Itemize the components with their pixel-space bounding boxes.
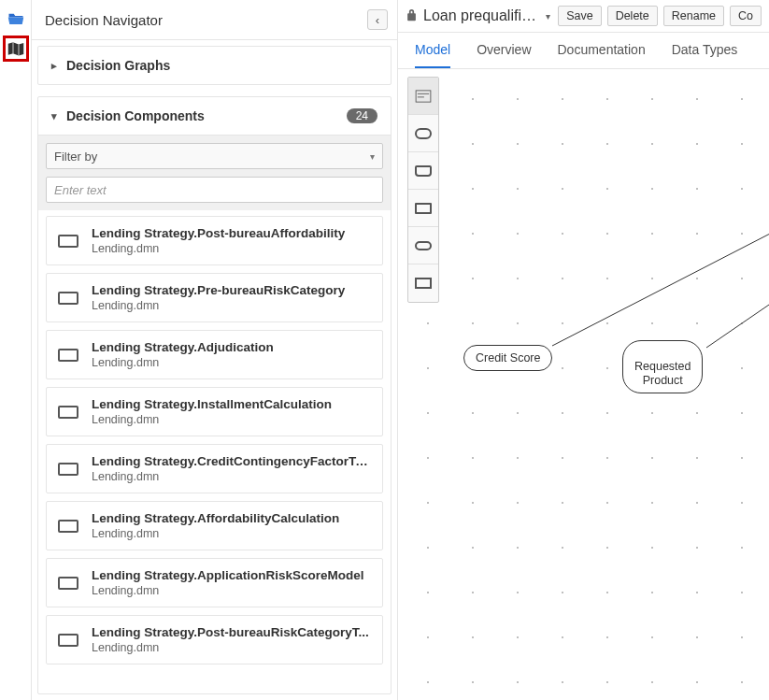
editor-toolbar: Loan prequalificatio... ▾ Save Delete Re… — [398, 0, 769, 33]
components-count-badge: 24 — [347, 108, 377, 123]
file-title: Loan prequalificatio... — [423, 7, 538, 24]
filter-by-select[interactable]: Filter by ▾ — [46, 143, 383, 169]
component-title: Lending Strategy.Pre-bureauRiskCategory — [92, 283, 371, 297]
diagram-canvas[interactable]: Credit Score Requested Product — [398, 69, 769, 700]
folder-icon — [7, 11, 24, 26]
component-item[interactable]: Lending Strategy.Adjudication Lending.dm… — [46, 330, 383, 379]
component-source: Lending.dmn — [92, 356, 371, 369]
component-title: Lending Strategy.AffordabilityCalculatio… — [92, 511, 371, 525]
component-source: Lending.dmn — [92, 527, 371, 540]
decision-node-icon — [58, 634, 78, 647]
palette-input[interactable] — [408, 227, 438, 264]
decision-node-icon — [58, 349, 78, 362]
palette-dmn-diagram[interactable] — [408, 78, 438, 115]
tag-shape-icon — [415, 165, 432, 177]
component-title: Lending Strategy.Adjudication — [92, 340, 371, 354]
component-title: Lending Strategy.CreditContingencyFactor… — [92, 454, 371, 468]
chevron-left-icon: ‹ — [376, 13, 379, 27]
icon-rail — [0, 0, 32, 700]
component-item[interactable]: Lending Strategy.AffordabilityCalculatio… — [46, 501, 383, 550]
rename-button[interactable]: Rename — [663, 6, 724, 26]
dot-grid — [398, 69, 769, 700]
decision-node-icon — [58, 463, 78, 476]
diagram-icon — [415, 90, 432, 103]
node-credit-score[interactable]: Credit Score — [463, 345, 552, 371]
palette-rounded[interactable] — [408, 115, 438, 152]
navigator-title: Decision Navigator — [45, 12, 163, 28]
component-source: Lending.dmn — [92, 641, 371, 654]
editor-panel: Loan prequalificatio... ▾ Save Delete Re… — [398, 0, 769, 700]
component-item[interactable]: Lending Strategy.CreditContingencyFactor… — [46, 444, 383, 493]
rounded-rect-icon — [415, 128, 432, 139]
palette-tag[interactable] — [408, 152, 438, 190]
decision-graphs-header[interactable]: ▸ Decision Graphs — [38, 47, 391, 84]
copy-button[interactable]: Co — [730, 6, 762, 26]
component-item[interactable]: Lending Strategy.Pre-bureauRiskCategory … — [46, 273, 383, 322]
filter-bar: Filter by ▾ — [38, 135, 391, 210]
node-requested-product[interactable]: Requested Product — [622, 340, 703, 393]
decision-navigator-panel: Decision Navigator ‹ ▸ Decision Graphs ▾… — [32, 0, 398, 700]
svg-rect-0 — [416, 90, 431, 101]
delete-button[interactable]: Delete — [607, 6, 658, 26]
decision-node-icon — [58, 577, 78, 590]
component-source: Lending.dmn — [92, 242, 371, 255]
component-title: Lending Strategy.ApplicationRiskScoreMod… — [92, 568, 371, 582]
component-title: Lending Strategy.Post-bureauRiskCategory… — [92, 625, 371, 639]
component-source: Lending.dmn — [92, 413, 371, 426]
decision-node-icon — [58, 292, 78, 305]
map-icon — [7, 41, 24, 56]
save-button[interactable]: Save — [558, 6, 602, 26]
decision-graphs-label: Decision Graphs — [66, 58, 170, 73]
input-shape-icon — [415, 241, 432, 250]
node-label: Credit Score — [476, 351, 540, 364]
component-item[interactable]: Lending Strategy.Post-bureauRiskCategory… — [46, 615, 383, 664]
decision-shape-icon — [415, 278, 432, 289]
component-title: Lending Strategy.Post-bureauAffordabilit… — [92, 226, 371, 240]
canvas-wrap: Credit Score Requested Product — [398, 69, 769, 700]
filter-by-label: Filter by — [54, 150, 97, 164]
component-source: Lending.dmn — [92, 299, 371, 312]
component-source: Lending.dmn — [92, 470, 371, 483]
chevron-down-icon: ▾ — [370, 151, 375, 162]
decision-components-header[interactable]: ▾ Decision Components 24 — [38, 97, 391, 135]
note-shape-icon — [415, 203, 432, 214]
tab-overview[interactable]: Overview — [477, 42, 531, 68]
caret-down-icon: ▾ — [51, 110, 61, 122]
tab-model[interactable]: Model — [415, 42, 450, 68]
editor-tabs: Model Overview Documentation Data Types — [398, 33, 769, 69]
component-item[interactable]: Lending Strategy.InstallmentCalculation … — [46, 387, 383, 436]
component-item[interactable]: Lending Strategy.Post-bureauAffordabilit… — [46, 216, 383, 265]
app-root: Decision Navigator ‹ ▸ Decision Graphs ▾… — [0, 0, 769, 700]
filter-text-input[interactable] — [46, 177, 383, 203]
components-list: Lending Strategy.Post-bureauAffordabilit… — [38, 210, 391, 693]
caret-right-icon: ▸ — [51, 60, 61, 72]
decision-graphs-section: ▸ Decision Graphs — [37, 46, 392, 85]
project-explorer-button[interactable] — [3, 6, 29, 32]
navigator-header: Decision Navigator ‹ — [32, 0, 397, 40]
palette-decision[interactable] — [408, 264, 438, 302]
decision-components-section: ▾ Decision Components 24 Filter by ▾ Len… — [37, 96, 392, 694]
decision-node-icon — [58, 235, 78, 248]
shape-palette — [407, 77, 439, 303]
lock-icon — [406, 8, 418, 24]
decision-components-label: Decision Components — [66, 108, 205, 123]
tab-data-types[interactable]: Data Types — [672, 42, 738, 68]
component-item[interactable]: Lending Strategy.ApplicationRiskScoreMod… — [46, 558, 383, 607]
component-source: Lending.dmn — [92, 584, 371, 597]
tab-documentation[interactable]: Documentation — [558, 42, 646, 68]
decision-node-icon — [58, 520, 78, 533]
file-dropdown-caret[interactable]: ▾ — [544, 11, 552, 21]
node-label: Requested Product — [634, 360, 691, 386]
decision-node-icon — [58, 406, 78, 419]
decision-navigator-button[interactable] — [3, 36, 29, 62]
palette-note[interactable] — [408, 190, 438, 227]
collapse-navigator-button[interactable]: ‹ — [367, 9, 388, 30]
component-title: Lending Strategy.InstallmentCalculation — [92, 397, 371, 411]
